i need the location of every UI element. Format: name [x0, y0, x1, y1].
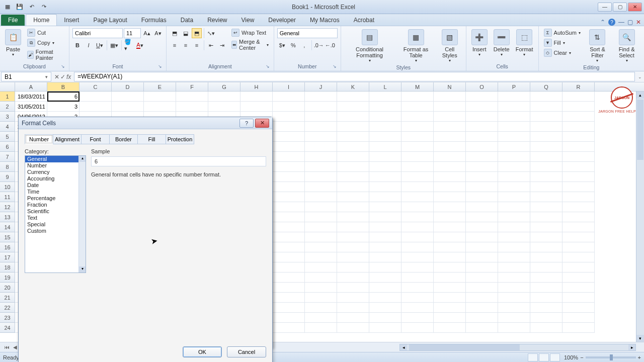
cell-Q15[interactable]	[530, 232, 562, 242]
tab-formulas[interactable]: Formulas	[134, 15, 174, 26]
cell-H2[interactable]	[240, 102, 273, 112]
cell-O20[interactable]	[466, 283, 498, 293]
cell-R21[interactable]	[562, 293, 595, 303]
cell-L13[interactable]	[369, 212, 401, 222]
cell-M23[interactable]	[401, 313, 434, 323]
cell-K9[interactable]	[337, 172, 369, 182]
cell-O6[interactable]	[466, 142, 498, 152]
cell-N9[interactable]	[434, 172, 466, 182]
cell-J21[interactable]	[305, 293, 337, 303]
cell-I10[interactable]	[273, 182, 305, 192]
category-item-currency[interactable]: Currency	[25, 169, 86, 175]
category-item-percentage[interactable]: Percentage	[25, 195, 86, 202]
cell-L23[interactable]	[369, 313, 401, 323]
tab-review[interactable]: Review	[200, 15, 234, 26]
dialog-help-button[interactable]: ?	[239, 119, 254, 128]
cancel-formula-icon[interactable]: ✕	[54, 73, 59, 80]
cell-P20[interactable]	[498, 283, 530, 293]
clear-button[interactable]: ◇Clear▾	[542, 48, 583, 57]
zoom-level[interactable]: 100%	[564, 354, 578, 360]
cell-R2[interactable]	[562, 102, 595, 112]
cell-Q10[interactable]	[530, 182, 562, 192]
cell-K6[interactable]	[337, 142, 369, 152]
cell-M13[interactable]	[401, 212, 434, 222]
category-list[interactable]: GeneralNumberCurrencyAccountingDateTimeP…	[25, 155, 86, 273]
cell-J24[interactable]	[305, 323, 337, 333]
cancel-button[interactable]: Cancel	[227, 346, 266, 357]
cell-Q24[interactable]	[530, 323, 562, 333]
row-header-9[interactable]: 9	[0, 172, 15, 182]
cell-N1[interactable]	[434, 92, 466, 102]
cell-P10[interactable]	[498, 182, 530, 192]
format-cells-button[interactable]: ⬚Format▾	[514, 28, 535, 58]
cell-M2[interactable]	[401, 102, 434, 112]
cell-P13[interactable]	[498, 212, 530, 222]
cell-N15[interactable]	[434, 232, 466, 242]
font-size-combo[interactable]	[124, 28, 141, 38]
fill-color-icon[interactable]: 🪣▾	[124, 40, 134, 50]
cell-Q22[interactable]	[530, 303, 562, 313]
cell-L9[interactable]	[369, 172, 401, 182]
cell-I22[interactable]	[273, 303, 305, 313]
paste-button[interactable]: 📋Paste▾	[3, 28, 23, 58]
cell-P6[interactable]	[498, 142, 530, 152]
cell-B1[interactable]: 6	[47, 92, 79, 102]
cell-I2[interactable]	[273, 102, 305, 112]
cell-K18[interactable]	[337, 262, 369, 273]
row-header-16[interactable]: 16	[0, 242, 15, 252]
column-header-O[interactable]: O	[466, 82, 498, 91]
cell-J22[interactable]	[305, 303, 337, 313]
cell-R6[interactable]	[562, 142, 595, 152]
cell-N16[interactable]	[434, 242, 466, 252]
cell-P11[interactable]	[498, 192, 530, 202]
zoom-in-icon[interactable]: +	[638, 354, 641, 360]
cell-R9[interactable]	[562, 172, 595, 182]
row-header-13[interactable]: 13	[0, 212, 15, 222]
cell-L22[interactable]	[369, 303, 401, 313]
cell-L16[interactable]	[369, 242, 401, 252]
cell-R24[interactable]	[562, 323, 595, 333]
cell-J5[interactable]	[305, 132, 337, 142]
dialog-tab-font[interactable]: Font	[81, 134, 110, 144]
cell-Q9[interactable]	[530, 172, 562, 182]
font-launcher-icon[interactable]: ↘	[157, 64, 163, 70]
cell-P21[interactable]	[498, 293, 530, 303]
column-header-H[interactable]: H	[240, 82, 273, 91]
cell-J18[interactable]	[305, 262, 337, 273]
cell-L8[interactable]	[369, 162, 401, 172]
cell-J4[interactable]	[305, 122, 337, 132]
cell-J10[interactable]	[305, 182, 337, 192]
cell-R19[interactable]	[562, 273, 595, 283]
cell-L6[interactable]	[369, 142, 401, 152]
maximize-button[interactable]: ▢	[613, 3, 627, 12]
cell-N7[interactable]	[434, 152, 466, 162]
tab-acrobat[interactable]: Acrobat	[347, 15, 381, 26]
cell-K16[interactable]	[337, 242, 369, 252]
row-header-22[interactable]: 22	[0, 303, 15, 313]
cell-R13[interactable]	[562, 212, 595, 222]
workbook-minimize-icon[interactable]: —	[618, 19, 624, 26]
align-right-icon[interactable]: ≡	[192, 40, 202, 50]
cell-R3[interactable]	[562, 112, 595, 122]
conditional-formatting-button[interactable]: ▤Conditional Formatting▾	[344, 28, 395, 64]
cell-P3[interactable]	[498, 112, 530, 122]
tab-page-layout[interactable]: Page Layout	[86, 15, 134, 26]
category-item-fraction[interactable]: Fraction	[25, 202, 86, 208]
fx-icon[interactable]: fx	[66, 73, 71, 80]
cell-O24[interactable]	[466, 323, 498, 333]
cell-G1[interactable]	[208, 92, 240, 102]
cell-I8[interactable]	[273, 162, 305, 172]
cell-R15[interactable]	[562, 232, 595, 242]
cell-D2[interactable]	[112, 102, 144, 112]
insert-cells-button[interactable]: ➕Insert▾	[469, 28, 490, 58]
cell-L3[interactable]	[369, 112, 401, 122]
cell-M3[interactable]	[401, 112, 434, 122]
cell-J8[interactable]	[305, 162, 337, 172]
formula-input[interactable]: =WEEKDAY(A1)	[74, 72, 635, 81]
cell-O10[interactable]	[466, 182, 498, 192]
cell-N6[interactable]	[434, 142, 466, 152]
cell-Q7[interactable]	[530, 152, 562, 162]
cell-R4[interactable]	[562, 122, 595, 132]
cell-I19[interactable]	[273, 273, 305, 283]
cell-P12[interactable]	[498, 202, 530, 212]
